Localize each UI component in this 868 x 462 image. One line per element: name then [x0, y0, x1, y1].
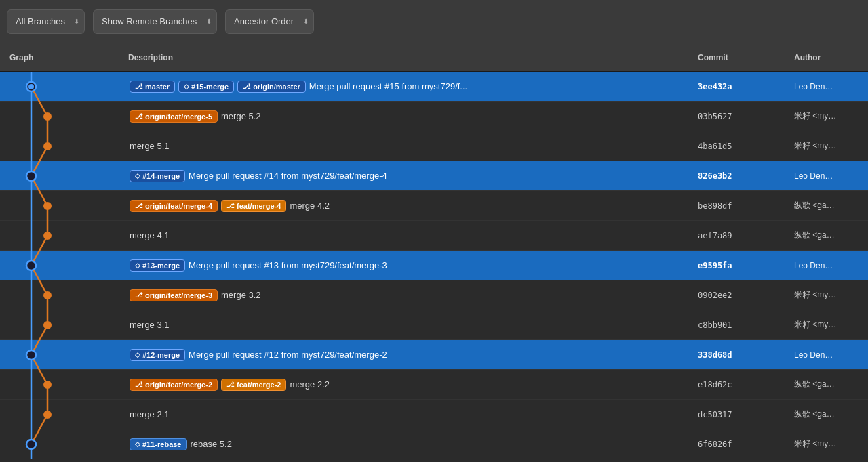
- branch-icon: ⎇: [135, 381, 143, 388]
- description-cell: merge 5.1: [125, 141, 698, 151]
- commit-description: merge 3.1: [130, 320, 170, 330]
- commit-description: merge 4.1: [130, 230, 170, 240]
- commit-author: 纵歌 <ga…: [794, 200, 868, 211]
- description-cell: ⎇origin/feat/merge-3merge 3.2: [125, 289, 698, 301]
- order-select-wrapper[interactable]: Ancestor Order ⬍: [225, 9, 314, 34]
- graph-cell: [0, 280, 125, 310]
- svg-point-238: [43, 321, 52, 329]
- tag-label: #14-merge: [142, 172, 180, 180]
- branch-tag: ⎇origin/feat/merge-4: [130, 200, 218, 212]
- table-header: Graph Description Commit Author: [0, 43, 868, 72]
- description-cell: ◇#13-mergeMerge pull request #13 from my…: [125, 259, 698, 272]
- tag-icon: ◇: [135, 440, 140, 448]
- branch-tag: ⎇feat/merge-4: [221, 200, 286, 212]
- table-row[interactable]: merge 3.1c8bb901米籽 <my…: [0, 310, 868, 340]
- tag-label: feat/merge-4: [237, 202, 281, 210]
- branches-select-wrapper[interactable]: All Branches ⬍: [7, 9, 85, 34]
- header-author: Author: [794, 53, 868, 62]
- svg-point-294: [43, 381, 52, 389]
- description-cell: merge 4.1: [125, 230, 698, 240]
- header-graph: Graph: [0, 53, 125, 62]
- svg-point-266: [26, 350, 36, 360]
- graph-cell: [0, 370, 125, 400]
- table-row[interactable]: ◇#12-mergeMerge pull request #12 from my…: [0, 340, 868, 370]
- tag-label: origin/feat/merge-2: [145, 381, 212, 389]
- branch-tag: ⎇feat/merge-2: [221, 379, 286, 391]
- svg-point-322: [43, 411, 52, 419]
- svg-point-42: [43, 112, 52, 121]
- description-cell: merge 2.1: [125, 409, 698, 419]
- commit-hash: c8bb901: [698, 320, 794, 330]
- tag-label: origin/master: [253, 83, 300, 91]
- graph-cell: [0, 161, 125, 191]
- commit-description: merge 5.2: [221, 111, 261, 121]
- commit-hash: 4ba61d5: [698, 142, 794, 151]
- svg-point-210: [43, 291, 52, 299]
- table-row[interactable]: ⎇origin/feat/merge-2⎇feat/merge-2merge 2…: [0, 370, 868, 400]
- rows-container: ⎇master◇#15-merge⎇origin/masterMerge pul…: [0, 72, 868, 462]
- tag-icon: ◇: [135, 351, 140, 358]
- tag-label: feat/merge-2: [237, 381, 281, 389]
- commit-description: merge 2.2: [290, 379, 330, 390]
- tag-label: #12-merge: [142, 351, 180, 359]
- branch-icon: ⎇: [135, 202, 143, 209]
- branch-tag: ◇#14-merge: [130, 170, 185, 182]
- commit-description: merge 4.2: [290, 201, 330, 211]
- commit-hash: 6f6826f: [698, 440, 794, 449]
- tag-label: #13-merge: [142, 261, 180, 270]
- commit-author: 纵歌 <ga…: [794, 230, 868, 241]
- table-row[interactable]: ⎇master◇#15-merge⎇origin/masterMerge pul…: [0, 72, 868, 102]
- tag-label: origin/feat/merge-3: [145, 291, 212, 299]
- graph-cell: [0, 251, 125, 280]
- svg-point-98: [26, 171, 36, 181]
- branches-select[interactable]: All Branches: [7, 9, 85, 34]
- branch-tag: ⎇origin/master: [237, 81, 306, 93]
- commit-hash: e9595fa: [698, 261, 794, 270]
- order-select[interactable]: Ancestor Order: [225, 9, 314, 34]
- branch-tag: ◇#11-rebase: [130, 438, 187, 450]
- branch-icon: ⎇: [226, 202, 235, 209]
- branch-tag: ◇#12-merge: [130, 349, 185, 361]
- branch-icon: ⎇: [135, 112, 143, 120]
- commit-author: 纵歌 <ga…: [794, 408, 868, 420]
- description-cell: merge 3.1: [125, 320, 698, 330]
- branch-tag: ◇#15-merge: [178, 81, 234, 93]
- commit-description: merge 5.1: [130, 141, 170, 151]
- table-row[interactable]: ⎇origin/feat/merge-3merge 3.20902ee2米籽 <…: [0, 280, 868, 310]
- commit-author: Leo Den…: [794, 171, 868, 181]
- table-row[interactable]: merge 4.1aef7a89纵歌 <ga…: [0, 221, 868, 251]
- tag-label: origin/feat/merge-4: [145, 202, 212, 210]
- graph-cell: [0, 340, 125, 370]
- table-row[interactable]: ◇#14-mergeMerge pull request #14 from my…: [0, 161, 868, 191]
- commit-hash: dc50317: [698, 410, 794, 419]
- commit-description: Merge pull request #14 from myst729/feat…: [189, 171, 387, 181]
- commit-description: Merge pull request #13 from myst729/feat…: [189, 260, 387, 270]
- svg-point-182: [26, 261, 36, 270]
- tag-label: master: [145, 83, 170, 91]
- svg-point-70: [43, 142, 52, 150]
- table-row[interactable]: ◇#13-mergeMerge pull request #13 from my…: [0, 251, 868, 280]
- commit-author: 米籽 <my…: [794, 140, 868, 152]
- graph-cell: [0, 72, 125, 102]
- table-row[interactable]: ⎇origin/feat/merge-4⎇feat/merge-4merge 4…: [0, 191, 868, 221]
- commit-author: Leo Den…: [794, 261, 868, 270]
- branch-icon: ⎇: [243, 83, 251, 90]
- table-row[interactable]: ◇#11-rebaserebase 5.26f6826f米籽 <my…: [0, 429, 868, 459]
- table-row[interactable]: merge 5.14ba61d5米籽 <my…: [0, 131, 868, 161]
- table-row[interactable]: ⎇origin/feat/merge-5merge 5.203b5627米籽 <…: [0, 102, 868, 131]
- remote-branches-select[interactable]: Show Remote Branches: [93, 9, 217, 34]
- commit-author: 纵歌 <ga…: [794, 379, 868, 390]
- remote-select-wrapper[interactable]: Show Remote Branches ⬍: [93, 9, 217, 34]
- commit-author: 米籽 <my…: [794, 438, 868, 450]
- commit-hash: 826e3b2: [698, 171, 794, 181]
- commit-hash: 3ee432a: [698, 82, 794, 91]
- table-row[interactable]: merge 2.1dc50317纵歌 <ga…: [0, 400, 868, 429]
- description-cell: ◇#12-mergeMerge pull request #12 from my…: [125, 349, 698, 361]
- graph-cell: [0, 221, 125, 251]
- tag-label: #15-merge: [191, 83, 229, 91]
- description-cell: ⎇origin/feat/merge-2⎇feat/merge-2merge 2…: [125, 379, 698, 391]
- graph-cell: [0, 429, 125, 459]
- commit-hash: be898df: [698, 201, 794, 211]
- commit-hash: 0902ee2: [698, 291, 794, 300]
- description-cell: ◇#14-mergeMerge pull request #14 from my…: [125, 170, 698, 182]
